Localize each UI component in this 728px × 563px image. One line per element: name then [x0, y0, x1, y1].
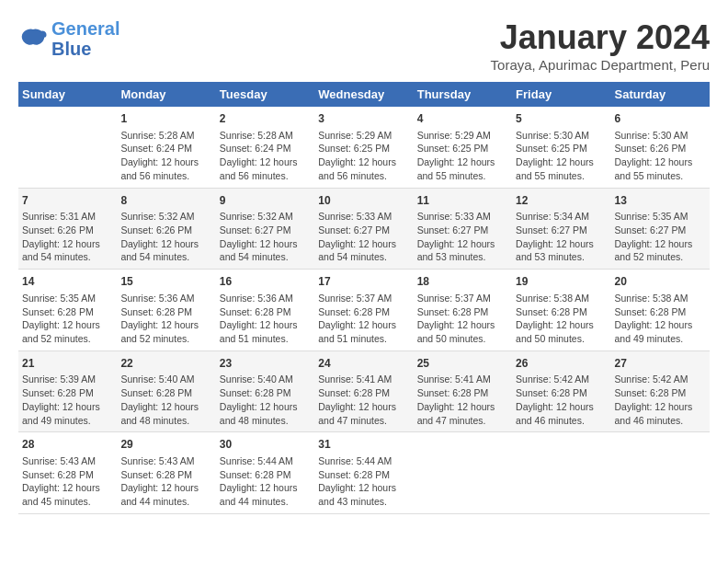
calendar-cell: 28Sunrise: 5:43 AM Sunset: 6:28 PM Dayli…: [18, 432, 117, 514]
calendar-cell: 19Sunrise: 5:38 AM Sunset: 6:28 PM Dayli…: [512, 270, 610, 351]
main-title: January 2024: [491, 18, 710, 57]
day-info: Sunrise: 5:32 AM Sunset: 6:26 PM Dayligh…: [120, 211, 199, 262]
day-number: 2: [220, 111, 311, 127]
day-info: Sunrise: 5:40 AM Sunset: 6:28 PM Dayligh…: [220, 373, 298, 425]
calendar-cell: 5Sunrise: 5:30 AM Sunset: 6:25 PM Daylig…: [512, 107, 610, 188]
day-info: Sunrise: 5:39 AM Sunset: 6:28 PM Dayligh…: [22, 373, 100, 425]
calendar-cell: 31Sunrise: 5:44 AM Sunset: 6:28 PM Dayli…: [314, 432, 413, 514]
calendar-cell: 18Sunrise: 5:37 AM Sunset: 6:28 PM Dayli…: [414, 270, 512, 351]
day-number: 6: [615, 111, 706, 127]
day-number: 18: [417, 274, 508, 290]
day-number: 8: [120, 193, 211, 209]
day-info: Sunrise: 5:43 AM Sunset: 6:28 PM Dayligh…: [22, 455, 100, 507]
calendar-cell: [414, 432, 512, 514]
day-number: 7: [22, 193, 113, 209]
day-info: Sunrise: 5:28 AM Sunset: 6:24 PM Dayligh…: [220, 130, 298, 181]
day-number: 14: [22, 274, 113, 290]
column-header-wednesday: Wednesday: [314, 82, 413, 107]
day-number: 13: [615, 193, 706, 209]
day-number: 23: [220, 356, 311, 372]
calendar-cell: 14Sunrise: 5:35 AM Sunset: 6:28 PM Dayli…: [18, 270, 117, 351]
calendar-cell: 30Sunrise: 5:44 AM Sunset: 6:28 PM Dayli…: [216, 432, 314, 514]
column-header-friday: Friday: [512, 82, 610, 107]
day-number: 19: [516, 274, 607, 290]
day-number: 11: [417, 193, 508, 209]
calendar-cell: 24Sunrise: 5:41 AM Sunset: 6:28 PM Dayli…: [314, 350, 413, 432]
calendar-cell: 3Sunrise: 5:29 AM Sunset: 6:25 PM Daylig…: [314, 107, 413, 188]
calendar-cell: 29Sunrise: 5:43 AM Sunset: 6:28 PM Dayli…: [117, 432, 215, 514]
day-number: 25: [417, 356, 508, 372]
day-number: 28: [22, 437, 113, 453]
logo-text: General Blue: [51, 18, 119, 59]
day-number: 12: [516, 193, 607, 209]
day-number: 29: [120, 437, 211, 453]
day-info: Sunrise: 5:33 AM Sunset: 6:27 PM Dayligh…: [417, 211, 495, 262]
calendar-cell: [512, 432, 610, 514]
logo: General Blue: [18, 18, 119, 59]
calendar-cell: 13Sunrise: 5:35 AM Sunset: 6:27 PM Dayli…: [611, 188, 710, 270]
calendar-cell: 11Sunrise: 5:33 AM Sunset: 6:27 PM Dayli…: [414, 188, 512, 270]
calendar-cell: 6Sunrise: 5:30 AM Sunset: 6:26 PM Daylig…: [611, 107, 710, 188]
day-info: Sunrise: 5:42 AM Sunset: 6:28 PM Dayligh…: [516, 373, 594, 425]
calendar-cell: 26Sunrise: 5:42 AM Sunset: 6:28 PM Dayli…: [512, 350, 610, 432]
day-number: 27: [615, 356, 706, 372]
column-header-sunday: Sunday: [18, 82, 117, 107]
day-info: Sunrise: 5:31 AM Sunset: 6:26 PM Dayligh…: [22, 211, 100, 262]
calendar-cell: 27Sunrise: 5:42 AM Sunset: 6:28 PM Dayli…: [611, 350, 710, 432]
day-number: 9: [220, 193, 311, 209]
day-info: Sunrise: 5:43 AM Sunset: 6:28 PM Dayligh…: [120, 455, 199, 507]
day-info: Sunrise: 5:36 AM Sunset: 6:28 PM Dayligh…: [120, 293, 199, 344]
calendar-cell: 1Sunrise: 5:28 AM Sunset: 6:24 PM Daylig…: [117, 107, 215, 188]
calendar-cell: 21Sunrise: 5:39 AM Sunset: 6:28 PM Dayli…: [18, 350, 117, 432]
day-info: Sunrise: 5:41 AM Sunset: 6:28 PM Dayligh…: [318, 373, 396, 425]
calendar-cell: 10Sunrise: 5:33 AM Sunset: 6:27 PM Dayli…: [314, 188, 413, 270]
day-info: Sunrise: 5:28 AM Sunset: 6:24 PM Dayligh…: [120, 130, 199, 181]
day-info: Sunrise: 5:40 AM Sunset: 6:28 PM Dayligh…: [120, 373, 199, 425]
calendar-header-row: SundayMondayTuesdayWednesdayThursdayFrid…: [18, 82, 710, 107]
calendar-cell: 9Sunrise: 5:32 AM Sunset: 6:27 PM Daylig…: [216, 188, 314, 270]
day-number: 17: [318, 274, 409, 290]
page-header: General Blue January 2024 Toraya, Apurim…: [18, 18, 710, 73]
calendar-cell: 15Sunrise: 5:36 AM Sunset: 6:28 PM Dayli…: [117, 270, 215, 351]
logo-icon: [18, 26, 48, 52]
calendar-cell: 2Sunrise: 5:28 AM Sunset: 6:24 PM Daylig…: [216, 107, 314, 188]
calendar-cell: 23Sunrise: 5:40 AM Sunset: 6:28 PM Dayli…: [216, 350, 314, 432]
day-info: Sunrise: 5:33 AM Sunset: 6:27 PM Dayligh…: [318, 211, 396, 262]
calendar-cell: 22Sunrise: 5:40 AM Sunset: 6:28 PM Dayli…: [117, 350, 215, 432]
day-number: 5: [516, 111, 607, 127]
day-number: 16: [220, 274, 311, 290]
day-number: 22: [120, 356, 211, 372]
column-header-monday: Monday: [117, 82, 215, 107]
calendar-table: SundayMondayTuesdayWednesdayThursdayFrid…: [18, 82, 710, 514]
day-info: Sunrise: 5:38 AM Sunset: 6:28 PM Dayligh…: [516, 293, 594, 344]
day-info: Sunrise: 5:30 AM Sunset: 6:25 PM Dayligh…: [516, 130, 594, 181]
day-info: Sunrise: 5:37 AM Sunset: 6:28 PM Dayligh…: [318, 293, 396, 344]
calendar-cell: 16Sunrise: 5:36 AM Sunset: 6:28 PM Dayli…: [216, 270, 314, 351]
day-number: 15: [120, 274, 211, 290]
calendar-week-row: 7Sunrise: 5:31 AM Sunset: 6:26 PM Daylig…: [18, 188, 710, 270]
day-info: Sunrise: 5:29 AM Sunset: 6:25 PM Dayligh…: [318, 130, 396, 181]
day-info: Sunrise: 5:44 AM Sunset: 6:28 PM Dayligh…: [220, 455, 298, 507]
calendar-cell: 8Sunrise: 5:32 AM Sunset: 6:26 PM Daylig…: [117, 188, 215, 270]
day-info: Sunrise: 5:42 AM Sunset: 6:28 PM Dayligh…: [615, 373, 693, 425]
day-info: Sunrise: 5:37 AM Sunset: 6:28 PM Dayligh…: [417, 293, 495, 344]
calendar-cell: [18, 107, 117, 188]
day-number: 24: [318, 356, 409, 372]
day-number: 4: [417, 111, 508, 127]
calendar-cell: 17Sunrise: 5:37 AM Sunset: 6:28 PM Dayli…: [314, 270, 413, 351]
column-header-tuesday: Tuesday: [216, 82, 314, 107]
calendar-week-row: 21Sunrise: 5:39 AM Sunset: 6:28 PM Dayli…: [18, 350, 710, 432]
day-info: Sunrise: 5:35 AM Sunset: 6:27 PM Dayligh…: [615, 211, 693, 262]
day-info: Sunrise: 5:30 AM Sunset: 6:26 PM Dayligh…: [615, 130, 693, 181]
calendar-cell: 25Sunrise: 5:41 AM Sunset: 6:28 PM Dayli…: [414, 350, 512, 432]
day-info: Sunrise: 5:44 AM Sunset: 6:28 PM Dayligh…: [318, 455, 396, 507]
calendar-cell: 7Sunrise: 5:31 AM Sunset: 6:26 PM Daylig…: [18, 188, 117, 270]
calendar-week-row: 14Sunrise: 5:35 AM Sunset: 6:28 PM Dayli…: [18, 270, 710, 351]
day-info: Sunrise: 5:35 AM Sunset: 6:28 PM Dayligh…: [22, 293, 100, 344]
calendar-cell: 4Sunrise: 5:29 AM Sunset: 6:25 PM Daylig…: [414, 107, 512, 188]
title-block: January 2024 Toraya, Apurimac Department…: [491, 18, 710, 73]
day-number: 10: [318, 193, 409, 209]
calendar-week-row: 28Sunrise: 5:43 AM Sunset: 6:28 PM Dayli…: [18, 432, 710, 514]
day-info: Sunrise: 5:38 AM Sunset: 6:28 PM Dayligh…: [615, 293, 693, 344]
day-number: 26: [516, 356, 607, 372]
